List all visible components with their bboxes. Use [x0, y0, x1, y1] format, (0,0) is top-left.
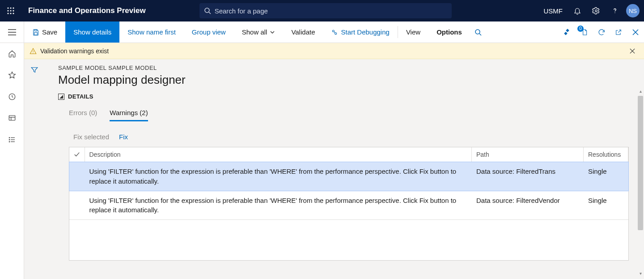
global-header: Finance and Operations Preview Search fo… — [0, 0, 644, 21]
svg-line-10 — [209, 12, 211, 14]
svg-point-4 — [10, 10, 11, 11]
save-button[interactable]: Save — [24, 21, 65, 43]
svg-rect-32 — [566, 29, 569, 32]
scroll-down-arrow[interactable]: ▾ — [638, 271, 643, 276]
nav-workspaces[interactable] — [0, 107, 24, 129]
action-bar: Save Show details Show name first Group … — [24, 21, 644, 43]
scrollbar-thumb[interactable] — [638, 96, 643, 230]
list-icon — [8, 136, 16, 144]
star-icon — [8, 71, 16, 79]
options-button[interactable]: Options — [428, 21, 470, 43]
related-button[interactable] — [559, 21, 576, 43]
nav-modules[interactable] — [0, 129, 24, 150]
clock-icon — [8, 93, 16, 101]
show-all-button[interactable]: Show all — [234, 21, 284, 43]
cell-path: Data source: FilteredTrans — [472, 162, 584, 191]
app-launcher-button[interactable] — [0, 0, 21, 21]
show-details-button[interactable]: Show details — [65, 21, 119, 43]
notifications-button[interactable] — [568, 0, 587, 21]
workspace-icon — [8, 114, 16, 122]
fix-selected-button: Fix selected — [73, 133, 109, 141]
nav-expand-button[interactable] — [0, 21, 24, 43]
nav-rail — [0, 21, 24, 279]
svg-rect-26 — [34, 30, 37, 31]
warnings-grid: Description Path Resolutions Using 'FILT… — [69, 147, 629, 261]
popout-button[interactable] — [610, 21, 627, 43]
check-icon — [74, 151, 80, 158]
page-title: Model mapping designer — [58, 73, 629, 87]
filter-button[interactable] — [27, 63, 42, 77]
svg-point-5 — [13, 10, 14, 11]
row-select-cell[interactable] — [69, 162, 85, 191]
group-view-button[interactable]: Group view — [184, 21, 234, 43]
validate-button[interactable]: Validate — [283, 21, 323, 43]
home-icon — [8, 50, 16, 58]
global-search-placeholder: Search for a page — [215, 7, 268, 15]
svg-point-22 — [9, 139, 10, 140]
settings-button[interactable] — [587, 0, 606, 21]
svg-point-11 — [595, 10, 597, 12]
svg-point-3 — [7, 10, 8, 11]
row-select-cell[interactable] — [69, 191, 85, 220]
view-button[interactable]: View — [398, 21, 428, 43]
cell-resolutions: Single — [584, 191, 628, 220]
legal-entity-label[interactable]: USMF — [538, 7, 568, 15]
attachments-badge: 0 — [577, 26, 584, 32]
nav-favorites[interactable] — [0, 64, 24, 86]
svg-point-30 — [475, 30, 480, 34]
details-section-toggle[interactable]: DETAILS — [58, 93, 629, 100]
help-button[interactable] — [606, 0, 624, 21]
breadcrumb: SAMPLE MODEL SAMPLE MODEL — [58, 64, 629, 71]
hamburger-icon — [8, 29, 16, 35]
grid-blank-area — [69, 220, 628, 260]
svg-line-31 — [479, 34, 481, 35]
scroll-up-arrow[interactable]: ▴ — [638, 89, 643, 94]
cell-resolutions: Single — [584, 162, 628, 191]
debug-icon — [331, 29, 338, 36]
svg-point-20 — [9, 137, 10, 138]
bell-icon — [573, 7, 581, 15]
svg-rect-33 — [564, 31, 568, 35]
fix-button[interactable]: Fix — [119, 133, 128, 141]
tab-warnings[interactable]: Warnings (2) — [110, 109, 148, 121]
waffle-icon — [7, 7, 14, 14]
banner-close-button[interactable] — [626, 45, 639, 57]
table-row[interactable]: Using 'FILTER' function for the expressi… — [69, 162, 628, 191]
save-icon — [32, 29, 39, 36]
filter-icon — [30, 66, 38, 74]
select-all-header[interactable] — [69, 147, 85, 162]
cell-description: Using 'FILTER' function for the expressi… — [85, 162, 472, 191]
column-header-description[interactable]: Description — [85, 147, 472, 162]
nav-recent[interactable] — [0, 86, 24, 107]
help-icon — [611, 7, 619, 15]
search-icon — [204, 7, 211, 14]
user-avatar[interactable]: NS — [626, 4, 640, 17]
validation-banner: Validation warnings exist — [24, 43, 644, 59]
vertical-scrollbar[interactable]: ▴ ▾ — [637, 93, 644, 275]
diamond-icon — [564, 29, 571, 36]
warning-icon — [30, 47, 37, 55]
global-search[interactable]: Search for a page — [199, 3, 452, 18]
tab-errors[interactable]: Errors (0) — [69, 109, 97, 121]
filter-rail — [24, 59, 45, 279]
validation-banner-text: Validation warnings exist — [40, 47, 109, 55]
column-header-path[interactable]: Path — [472, 147, 584, 162]
chevron-down-icon — [270, 30, 275, 35]
app-title: Finance and Operations Preview — [28, 6, 146, 15]
table-row[interactable]: Using 'FILTER' function for the expressi… — [69, 191, 628, 220]
page-search-button[interactable] — [470, 21, 486, 43]
close-page-button[interactable] — [627, 21, 644, 43]
column-header-resolutions[interactable]: Resolutions — [584, 147, 628, 162]
popout-icon — [615, 29, 622, 36]
svg-point-12 — [614, 13, 615, 13]
content-area: SAMPLE MODEL SAMPLE MODEL Model mapping … — [24, 59, 644, 279]
refresh-button[interactable] — [593, 21, 610, 43]
svg-rect-17 — [9, 116, 15, 120]
show-name-first-button[interactable]: Show name first — [119, 21, 184, 43]
svg-point-9 — [205, 8, 209, 13]
nav-home[interactable] — [0, 43, 24, 64]
attachments-button[interactable]: 0 — [576, 21, 593, 43]
start-debugging-button[interactable]: Start Debugging — [323, 21, 397, 43]
cell-path: Data source: FilteredVendor — [472, 191, 584, 220]
svg-point-0 — [7, 7, 8, 9]
